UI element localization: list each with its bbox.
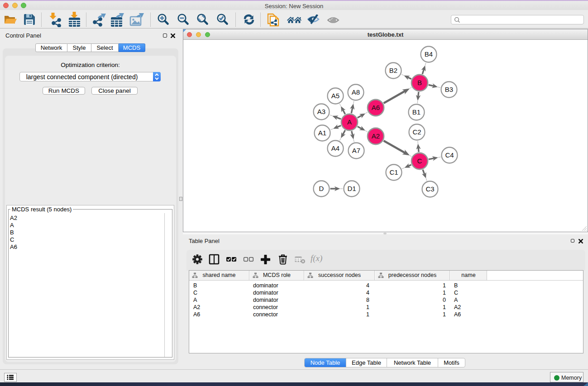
svg-text:C4: C4 xyxy=(445,151,454,159)
svg-text:B4: B4 xyxy=(425,50,433,58)
svg-text:A1: A1 xyxy=(318,129,326,137)
svg-text:B3: B3 xyxy=(445,86,453,93)
svg-text:D: D xyxy=(319,185,324,192)
svg-text:D1: D1 xyxy=(347,185,356,192)
svg-text:A6: A6 xyxy=(372,104,380,111)
svg-text:C1: C1 xyxy=(389,168,398,176)
svg-text:B2: B2 xyxy=(389,67,397,74)
svg-text:A5: A5 xyxy=(331,92,339,100)
svg-text:A2: A2 xyxy=(372,132,380,140)
svg-text:A8: A8 xyxy=(352,88,360,96)
svg-text:B1: B1 xyxy=(412,108,421,116)
svg-text:C3: C3 xyxy=(425,185,434,193)
svg-text:C2: C2 xyxy=(412,128,421,136)
svg-text:B: B xyxy=(417,79,422,86)
svg-text:C: C xyxy=(417,157,422,165)
svg-text:A4: A4 xyxy=(331,144,339,152)
svg-text:A3: A3 xyxy=(317,108,325,115)
svg-text:A7: A7 xyxy=(352,147,360,154)
svg-text:A: A xyxy=(347,118,352,126)
